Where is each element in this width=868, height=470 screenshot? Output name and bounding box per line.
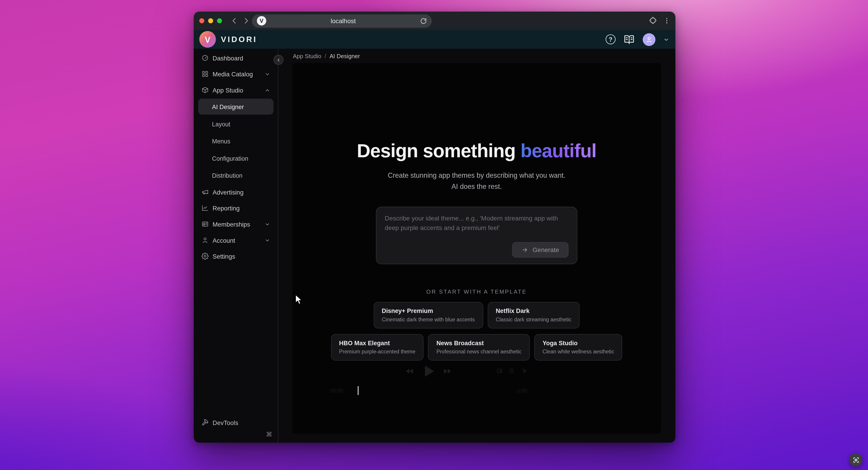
subtitle-line-2: AI does the rest. [388, 181, 565, 192]
subitem-label: Menus [212, 138, 230, 144]
sidebar-item-label: Reporting [213, 205, 240, 211]
sidebar-item-dashboard[interactable]: Dashboard [194, 50, 278, 66]
gauge-icon [202, 54, 209, 62]
chevron-down-icon [265, 237, 270, 243]
template-card-netflix[interactable]: Netflix Dark Classic dark streaming aest… [487, 302, 580, 328]
docs-icon[interactable] [624, 34, 634, 45]
elapsed-time: 00:00 [330, 388, 343, 394]
account-chevron-down-icon[interactable] [664, 37, 669, 42]
sidebar-item-label: Account [213, 237, 235, 243]
close-button[interactable] [199, 18, 205, 23]
template-card-yoga[interactable]: Yoga Studio Clean white wellness aesthet… [534, 334, 622, 361]
minimize-button[interactable] [208, 18, 213, 23]
brand-name: VIDORI [221, 35, 257, 44]
sidebar-item-account[interactable]: Account [194, 232, 278, 248]
theme-preview-player: 00:00 0:00 [329, 359, 528, 395]
sidebar-collapse-button[interactable] [273, 55, 283, 65]
breadcrumb: App Studio / AI Designer [278, 49, 675, 63]
subitem-label: Layout [212, 120, 230, 127]
prompt-card: Generate [376, 207, 577, 264]
zoom-button[interactable] [217, 18, 222, 23]
fast-forward-icon [443, 367, 452, 376]
sidebar-item-app-studio[interactable]: App Studio [194, 82, 278, 98]
template-card-hbo[interactable]: HBO Max Elegant Premium purple-accented … [331, 334, 424, 361]
sidebar-item-devtools[interactable]: DevTools [194, 414, 278, 431]
sidebar-item-label: Advertising [213, 188, 244, 195]
sidebar-subitem-distribution[interactable]: Distribution [198, 167, 274, 183]
devtools-label: DevTools [213, 419, 238, 426]
sidebar-item-label: Media Catalog [213, 71, 253, 77]
subtitle-line-1: Create stunning app themes by describing… [388, 171, 565, 182]
sidebar-item-label: Settings [213, 253, 235, 260]
sidebar-subitem-layout[interactable]: Layout [198, 116, 274, 132]
page-title-accent: beautiful [521, 140, 596, 161]
template-card-news[interactable]: News Broadcast Professional news channel… [428, 334, 530, 361]
site-favicon: V [257, 16, 266, 25]
scan-text-button[interactable] [849, 453, 863, 467]
sidebar-item-label: Memberships [213, 221, 250, 227]
browser-window: V localhost V VIDORI ? [194, 11, 675, 442]
sidebar-item-reporting[interactable]: Reporting [194, 200, 278, 216]
back-button[interactable] [231, 17, 238, 25]
extensions-icon[interactable] [649, 17, 657, 25]
hammer-icon [202, 419, 209, 426]
chart-line-icon [202, 204, 209, 212]
subitem-label: Configuration [212, 155, 248, 161]
play-icon [420, 363, 437, 380]
sidebar-subitem-configuration[interactable]: Configuration [198, 150, 274, 166]
chevron-down-icon [265, 222, 270, 227]
gear-icon [202, 253, 209, 260]
sidebar-item-settings[interactable]: Settings [194, 248, 278, 264]
page-subtitle: Create stunning app themes by describing… [388, 171, 565, 192]
template-description: Clean white wellness aesthetic [542, 348, 614, 355]
sidebar-item-label: App Studio [213, 87, 243, 93]
sidebar-subitem-menus[interactable]: Menus [198, 133, 274, 149]
template-section-label: OR START WITH A TEMPLATE [426, 289, 527, 295]
browser-menu-icon[interactable] [663, 17, 671, 25]
browser-titlebar: V localhost [194, 11, 675, 30]
megaphone-icon [202, 188, 209, 196]
user-icon [202, 237, 209, 244]
template-card-disney[interactable]: Disney+ Premium Cinematic dark theme wit… [373, 302, 483, 328]
sidebar-item-label: Dashboard [213, 55, 243, 61]
breadcrumb-parent[interactable]: App Studio [293, 53, 321, 59]
sidebar-item-advertising[interactable]: Advertising [194, 184, 278, 200]
subitem-label: AI Designer [212, 104, 244, 110]
sidebar-subitem-ai-designer[interactable]: AI Designer [198, 99, 274, 115]
mouse-cursor [295, 294, 303, 305]
pip-icon [496, 368, 503, 374]
sidebar-item-memberships[interactable]: Memberships [194, 216, 278, 232]
template-description: Premium purple-accented theme [339, 348, 415, 355]
sidebar-item-media-catalog[interactable]: Media Catalog [194, 66, 278, 82]
chevron-down-icon [265, 71, 270, 77]
address-bar[interactable]: V localhost [252, 14, 432, 28]
chevrons-right-icon [521, 368, 527, 374]
template-name: Netflix Dark [496, 307, 571, 314]
breadcrumb-current: AI Designer [330, 53, 360, 59]
generate-button[interactable]: Generate [512, 242, 569, 258]
vidori-logo[interactable]: V [199, 31, 216, 48]
url-text: localhost [266, 18, 420, 24]
arrow-right-icon [521, 246, 528, 253]
template-name: News Broadcast [436, 340, 522, 346]
template-name: Yoga Studio [542, 340, 614, 346]
rewind-icon [405, 367, 414, 376]
sidebar: Dashboard Media Catalog App Studio AI De… [194, 49, 278, 443]
theme-prompt-input[interactable] [385, 214, 568, 239]
grid-icon [202, 70, 209, 78]
avatar[interactable] [643, 33, 655, 46]
help-icon[interactable]: ? [606, 34, 616, 44]
template-name: Disney+ Premium [382, 307, 475, 314]
breadcrumb-separator: / [324, 53, 326, 59]
subitem-label: Distribution [212, 172, 243, 179]
duration-time: 0:00 [517, 388, 527, 394]
traffic-lights [194, 18, 222, 23]
forward-button[interactable] [243, 17, 250, 25]
lock-icon [509, 368, 515, 374]
reload-icon[interactable] [420, 18, 427, 24]
main-content: App Studio / AI Designer Design somethin… [278, 49, 675, 443]
page-title: Design something beautiful [357, 140, 596, 162]
command-key-hint: ⌘ [266, 431, 272, 443]
cube-icon [202, 86, 209, 94]
template-description: Cinematic dark theme with blue accents [382, 316, 475, 323]
